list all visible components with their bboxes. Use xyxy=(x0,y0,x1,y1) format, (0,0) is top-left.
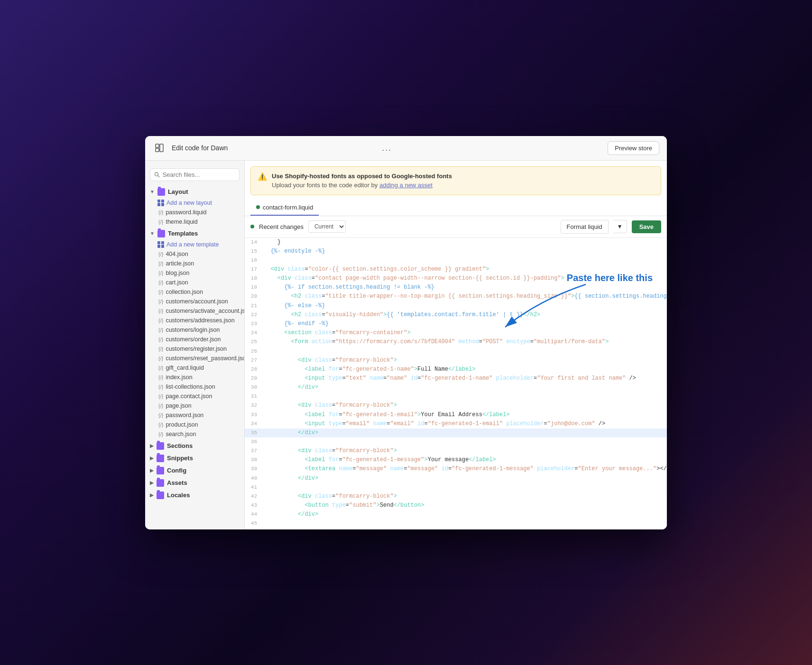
file-icon: {/} xyxy=(158,346,163,352)
code-line: 31 xyxy=(245,392,667,401)
folder-icon-config xyxy=(157,467,164,474)
code-line: 38 <label for="fc-generated-1-message">Y… xyxy=(245,455,667,465)
sidebar-item-article[interactable]: {/}article.json xyxy=(145,259,244,268)
sidebar-section-header-sections[interactable]: ▶ Sections xyxy=(145,440,244,452)
sidebar-item-page[interactable]: {/}page.json xyxy=(145,401,244,410)
code-line: 44 </div> xyxy=(245,510,667,519)
folder-icon-assets xyxy=(157,479,164,487)
format-liquid-dropdown[interactable]: ▼ xyxy=(613,220,627,233)
sections-label: Sections xyxy=(167,442,193,449)
code-line: 22 <h2 class="visually-hidden">{{ 'templ… xyxy=(245,310,667,319)
code-line: 39 <textarea name="message" name="messag… xyxy=(245,465,667,474)
code-line: 36 xyxy=(245,437,667,446)
file-label: customers/reset_password.json xyxy=(166,355,245,362)
sidebar-item-password-liquid[interactable]: {/} password.liquid xyxy=(145,208,244,217)
add-template-label: Add a new template xyxy=(166,241,219,248)
sidebar-item-cust-addresses[interactable]: {/}customers/addresses.json xyxy=(145,316,244,325)
code-line: 21 {%- else -%} xyxy=(245,301,667,310)
file-icon: {/} xyxy=(158,219,163,225)
sidebar-item-gift-card[interactable]: {/}gift_card.liquid xyxy=(145,363,244,373)
sidebar-section-header-assets[interactable]: ▶ Assets xyxy=(145,477,244,489)
recent-changes-dot xyxy=(250,225,254,228)
file-icon: {/} xyxy=(158,261,163,266)
sidebar-item-cust-login[interactable]: {/}customers/login.json xyxy=(145,325,244,335)
file-icon: {/} xyxy=(158,384,163,390)
sidebar-section-layout: ▼ Layout Add a new layout {/} password.l… xyxy=(145,186,244,227)
folder-icon-snippets xyxy=(157,455,164,462)
code-line: 25 <form action="https://formcarry.com/s… xyxy=(245,337,667,346)
sidebar-item-password[interactable]: {/}password.json xyxy=(145,410,244,420)
file-icon: {/} xyxy=(158,308,163,314)
layout-label: Layout xyxy=(168,188,188,195)
sidebar-item-search[interactable]: {/}search.json xyxy=(145,429,244,439)
file-icon: {/} xyxy=(158,251,163,257)
file-label: password.liquid xyxy=(166,209,206,216)
sidebar-item-cust-register[interactable]: {/}customers/register.json xyxy=(145,344,244,354)
tab-bar: contact-form.liquid xyxy=(245,200,667,216)
tab-filename: contact-form.liquid xyxy=(263,204,313,211)
chevron-right-icon: ▶ xyxy=(150,468,154,473)
sidebar-item-product[interactable]: {/}product.json xyxy=(145,420,244,429)
file-label: page.contact.json xyxy=(166,393,212,400)
back-icon[interactable] xyxy=(153,141,166,155)
code-line: 30 </div> xyxy=(245,383,667,392)
format-liquid-button[interactable]: Format liquid xyxy=(561,220,609,234)
code-line: 45 xyxy=(245,519,667,528)
file-label: customers/addresses.json xyxy=(166,317,234,324)
sidebar-section-header-locales[interactable]: ▶ Locales xyxy=(145,489,244,501)
code-editor[interactable]: 14 } 15 {%- endstyle -%} 16 17 <div clas… xyxy=(245,238,667,529)
sidebar-item-cust-account[interactable]: {/}customers/account.json xyxy=(145,297,244,306)
sidebar-item-page-contact[interactable]: {/}page.contact.json xyxy=(145,392,244,401)
sidebar-item-cart[interactable]: {/}cart.json xyxy=(145,278,244,287)
sidebar-section-header-snippets[interactable]: ▶ Snippets xyxy=(145,452,244,465)
chevron-right-icon: ▶ xyxy=(150,455,154,461)
svg-rect-2 xyxy=(160,144,163,152)
code-line: 42 <div class="formcarry-block"> xyxy=(245,492,667,501)
sidebar-item-404[interactable]: {/}404.json xyxy=(145,249,244,259)
add-template-item[interactable]: Add a new template xyxy=(145,240,244,249)
add-layout-item[interactable]: Add a new layout xyxy=(145,198,244,208)
chevron-right-icon: ▶ xyxy=(150,480,154,485)
file-icon: {/} xyxy=(158,431,163,437)
file-label: list-collections.json xyxy=(166,383,215,390)
preview-store-button[interactable]: Preview store xyxy=(608,141,659,155)
svg-rect-1 xyxy=(156,148,159,152)
grid-icon xyxy=(157,200,164,206)
code-line: 28 <label for="fc-generated-1-name">Full… xyxy=(245,365,667,374)
sidebar-section-header-config[interactable]: ▶ Config xyxy=(145,465,244,477)
titlebar-more[interactable]: ... xyxy=(382,143,392,153)
file-label: product.json xyxy=(166,421,198,428)
file-label: search.json xyxy=(166,431,196,437)
search-input[interactable] xyxy=(163,171,235,178)
save-button[interactable]: Save xyxy=(632,220,661,233)
file-label: page.json xyxy=(166,402,191,409)
code-line: 37 <div class="formcarry-block"> xyxy=(245,446,667,455)
sidebar: ▼ Layout Add a new layout {/} password.l… xyxy=(145,161,245,529)
assets-label: Assets xyxy=(167,479,187,486)
sidebar-section-header-layout[interactable]: ▼ Layout xyxy=(145,186,244,198)
sidebar-item-blog[interactable]: {/}blog.json xyxy=(145,268,244,278)
sidebar-item-cust-order[interactable]: {/}customers/order.json xyxy=(145,335,244,344)
snippets-label: Snippets xyxy=(167,455,193,462)
templates-label: Templates xyxy=(168,230,198,237)
file-icon: {/} xyxy=(158,393,163,399)
sidebar-item-list-collections[interactable]: {/}list-collections.json xyxy=(145,382,244,392)
sidebar-item-theme-liquid[interactable]: {/} theme.liquid xyxy=(145,217,244,227)
sidebar-item-index[interactable]: {/}index.json xyxy=(145,373,244,382)
code-line-highlighted: 35 </div> xyxy=(245,428,667,437)
tab-contact-form[interactable]: contact-form.liquid xyxy=(250,200,319,216)
notification-link[interactable]: adding a new asset xyxy=(379,182,433,189)
sidebar-item-collection[interactable]: {/}collection.json xyxy=(145,287,244,297)
file-label: blog.json xyxy=(166,270,189,276)
search-box[interactable] xyxy=(150,168,240,181)
sidebar-section-header-templates[interactable]: ▼ Templates xyxy=(145,228,244,240)
chevron-down-icon: ▼ xyxy=(150,189,155,194)
file-icon: {/} xyxy=(158,355,163,361)
code-line: 41 xyxy=(245,483,667,492)
sidebar-item-cust-reset[interactable]: {/}customers/reset_password.json xyxy=(145,354,244,363)
editor-toolbar: Recent changes Current Format liquid ▼ S… xyxy=(245,216,667,238)
sidebar-item-cust-activate[interactable]: {/}customers/activate_account.json xyxy=(145,306,244,316)
current-select[interactable]: Current xyxy=(308,220,346,233)
code-line: 32 <div class="formcarry-block"> xyxy=(245,401,667,410)
file-icon: {/} xyxy=(158,422,163,428)
